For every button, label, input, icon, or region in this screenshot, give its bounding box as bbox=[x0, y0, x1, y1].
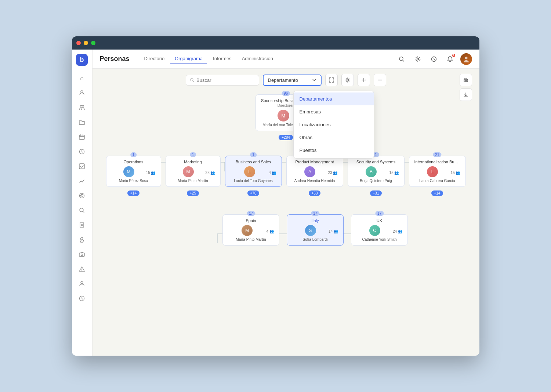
sidebar-item-link[interactable] bbox=[75, 233, 88, 246]
node-intl[interactable]: 21 Internationalization Business St... L… bbox=[409, 156, 466, 196]
marketing-expand-btn[interactable]: +25 bbox=[187, 189, 199, 196]
sidebar-item-camera[interactable] bbox=[75, 248, 88, 261]
operations-expand-label: +14 bbox=[127, 190, 139, 196]
sidebar-item-target[interactable] bbox=[75, 189, 88, 202]
security-title: Security and Systems bbox=[353, 160, 399, 164]
svg-point-0 bbox=[81, 91, 83, 93]
operations-expand-btn[interactable]: +14 bbox=[127, 189, 139, 196]
settings-btn[interactable] bbox=[341, 74, 354, 86]
svg-point-15 bbox=[417, 58, 418, 60]
business-avatar: L bbox=[244, 166, 255, 177]
expand-root-btn[interactable]: +284 bbox=[279, 133, 293, 140]
sidebar-item-calendar[interactable] bbox=[75, 130, 88, 144]
print-btn[interactable] bbox=[460, 74, 472, 86]
node-marketing[interactable]: 1 Marketing M 28 👥 María Pinto Martín bbox=[166, 156, 221, 196]
italy-count: 14 👥 bbox=[329, 229, 338, 233]
topbar-search-icon[interactable] bbox=[396, 53, 407, 65]
sidebar-item-check[interactable] bbox=[75, 160, 88, 173]
sidebar-item-chart[interactable] bbox=[75, 174, 88, 188]
chevron-down-icon bbox=[312, 78, 316, 82]
intl-expand-btn[interactable]: +14 bbox=[431, 189, 443, 196]
operations-person: Mario Pérez Sosa bbox=[112, 179, 156, 183]
business-count: 4 👥 bbox=[269, 171, 276, 175]
dropdown-item-empresas[interactable]: Empresas bbox=[294, 105, 374, 118]
minimize-dot[interactable] bbox=[84, 41, 88, 45]
root-badge: 96 bbox=[282, 91, 290, 96]
security-count: 15 👥 bbox=[389, 171, 399, 175]
minus-btn[interactable] bbox=[374, 74, 386, 86]
fullscreen-btn[interactable] bbox=[325, 74, 338, 86]
topbar-bell-icon[interactable]: 1 bbox=[444, 53, 456, 65]
marketing-avatar: M bbox=[183, 166, 194, 177]
nav-organigrama[interactable]: Organigrama bbox=[170, 54, 207, 64]
svg-point-2 bbox=[82, 106, 84, 108]
sidebar-item-alert[interactable] bbox=[75, 262, 88, 276]
sidebar-item-clock[interactable] bbox=[75, 145, 88, 158]
topbar-gear-icon[interactable] bbox=[412, 53, 424, 65]
topbar-actions: 1 bbox=[396, 53, 472, 65]
search-input[interactable] bbox=[196, 77, 255, 83]
nav-informes[interactable]: Informes bbox=[209, 54, 236, 64]
search-icon bbox=[190, 77, 195, 83]
security-avatar: B bbox=[366, 166, 377, 177]
topbar-clock-icon[interactable] bbox=[428, 53, 440, 65]
operations-avatar: M bbox=[123, 166, 134, 177]
node-italy[interactable]: 17 Italy S 14 👥 Sofía Lombardi bbox=[287, 214, 344, 246]
node-operations[interactable]: 1 Operations M 15 👥 Mario Pérez Sosa bbox=[106, 156, 161, 196]
sidebar-item-person[interactable] bbox=[75, 86, 88, 99]
operations-count: 15 👥 bbox=[146, 171, 156, 175]
top-nav: Directorio Organigrama Informes Administ… bbox=[140, 54, 388, 64]
search-box[interactable] bbox=[186, 75, 259, 86]
sidebar-item-history[interactable] bbox=[75, 292, 88, 305]
security-expand-btn[interactable]: +31 bbox=[370, 189, 382, 196]
business-expand-btn[interactable]: +70 bbox=[247, 189, 260, 196]
product-title: Product Management bbox=[292, 160, 338, 164]
node-security[interactable]: 1 Security and Systems B 15 👥 Borja Quin… bbox=[348, 156, 405, 196]
intl-title: Internationalization Business St... bbox=[414, 160, 460, 164]
business-title: Business and Sales bbox=[231, 160, 276, 164]
node-uk[interactable]: 17 UK C 24 👥 Catherine York Smith bbox=[351, 214, 408, 246]
svg-rect-3 bbox=[79, 135, 84, 139]
uk-person: Catherine York Smith bbox=[356, 237, 402, 242]
dropdown-item-obras[interactable]: Obras bbox=[294, 131, 374, 144]
sidebar-item-folder[interactable] bbox=[75, 116, 88, 129]
toolbar-row: Departamento bbox=[93, 69, 479, 91]
sidebar-item-people[interactable] bbox=[75, 101, 88, 114]
marketing-expand-label: +25 bbox=[187, 190, 199, 196]
spain-avatar: M bbox=[242, 225, 253, 236]
dropdown-item-puestos[interactable]: Puestos bbox=[294, 144, 374, 157]
user-avatar[interactable] bbox=[460, 53, 472, 65]
node-spain[interactable]: 17 Spain M 4 👥 María Pinto Martín bbox=[222, 214, 279, 246]
node-product[interactable]: 1 Product Management A 23 👥 Andrea Hered… bbox=[286, 156, 343, 196]
sidebar-item-search[interactable] bbox=[75, 204, 88, 217]
security-expand-label: +31 bbox=[370, 190, 382, 196]
uk-avatar: C bbox=[369, 225, 380, 236]
nav-administracion[interactable]: Administración bbox=[238, 54, 278, 64]
italy-avatar: S bbox=[305, 225, 316, 236]
marketing-count: 28 👥 bbox=[206, 171, 215, 175]
department-dropdown[interactable]: Departamento bbox=[263, 75, 322, 86]
close-dot[interactable] bbox=[76, 41, 81, 45]
maximize-dot[interactable] bbox=[91, 41, 95, 45]
sidebar-item-home[interactable]: ⌂ bbox=[75, 72, 88, 85]
sidebar-item-book[interactable] bbox=[75, 218, 88, 232]
app-window: b ⌂ bbox=[72, 36, 479, 356]
product-count: 23 👥 bbox=[328, 171, 338, 175]
dropdown-item-localizaciones[interactable]: Localizaciones bbox=[294, 118, 374, 131]
product-expand-btn[interactable]: +53 bbox=[309, 189, 321, 196]
intl-person: Laura Cabrera García bbox=[414, 179, 460, 183]
spain-person: María Pinto Martín bbox=[228, 237, 274, 242]
business-person: Lucía del Toro Goyanes bbox=[231, 179, 276, 183]
node-business[interactable]: 1 Business and Sales L 4 👥 Lucía del Tor… bbox=[225, 156, 282, 196]
business-expand-label: +70 bbox=[247, 190, 260, 196]
svg-point-8 bbox=[81, 195, 82, 196]
page-title: Personas bbox=[100, 55, 130, 63]
sidebar-item-user2[interactable] bbox=[75, 277, 88, 290]
dropdown-item-departamentos[interactable]: Departamentos bbox=[294, 92, 374, 105]
dropdown-label: Departamento bbox=[268, 77, 298, 83]
sidebar-logo[interactable]: b bbox=[76, 54, 88, 66]
root-avatar: M bbox=[278, 110, 289, 121]
svg-rect-5 bbox=[79, 164, 84, 169]
nav-directorio[interactable]: Directorio bbox=[140, 54, 169, 64]
add-btn[interactable] bbox=[358, 74, 370, 86]
